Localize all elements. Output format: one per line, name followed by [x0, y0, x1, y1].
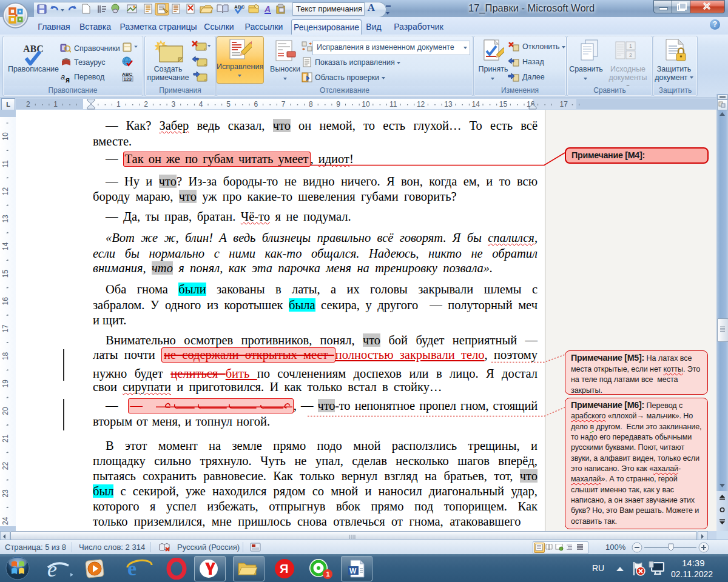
svg-text:12: 12 [1, 187, 10, 196]
svg-text:14: 14 [472, 100, 480, 109]
svg-text:2: 2 [26, 100, 30, 109]
svg-text:17: 17 [1, 324, 10, 333]
svg-text:1: 1 [326, 570, 330, 578]
svg-text:14: 14 [1, 242, 10, 250]
svg-text:W: W [349, 567, 357, 575]
svg-text:7: 7 [281, 100, 286, 109]
svg-text:Я: Я [280, 562, 288, 575]
svg-text:9: 9 [336, 100, 340, 109]
svg-text:10: 10 [1, 132, 10, 141]
svg-text:15: 15 [499, 100, 508, 109]
svg-text:A: A [264, 4, 271, 14]
svg-text:6: 6 [254, 100, 258, 109]
svg-text:11: 11 [1, 160, 10, 168]
svg-text:8: 8 [309, 100, 313, 109]
svg-text:20: 20 [1, 407, 10, 415]
svg-text:22: 22 [1, 462, 10, 470]
svg-text:1: 1 [116, 100, 121, 109]
svg-text:4: 4 [199, 100, 203, 109]
svg-text:я: я [66, 76, 70, 83]
svg-text:13: 13 [444, 100, 453, 109]
svg-text:15: 15 [1, 270, 10, 278]
svg-text:10: 10 [362, 100, 370, 109]
svg-text:1: 1 [53, 100, 58, 109]
svg-text:2: 2 [629, 52, 632, 58]
svg-text:1: 1 [629, 43, 632, 49]
svg-text:11: 11 [389, 100, 397, 109]
svg-text:5: 5 [226, 100, 231, 109]
svg-text:2: 2 [144, 100, 148, 109]
svg-text:16: 16 [1, 297, 10, 306]
svg-text:18: 18 [1, 352, 10, 360]
svg-text:19: 19 [1, 380, 10, 388]
svg-text:3: 3 [172, 100, 176, 109]
svg-text:e: e [47, 558, 57, 579]
svg-text:17: 17 [559, 100, 568, 109]
svg-text:12: 12 [417, 100, 425, 109]
svg-text:21: 21 [1, 434, 10, 443]
svg-text:23: 23 [1, 489, 10, 498]
svg-text:13: 13 [1, 215, 10, 223]
svg-text:24: 24 [1, 517, 10, 525]
svg-text:123: 123 [124, 76, 132, 82]
svg-text:a: a [61, 72, 65, 81]
